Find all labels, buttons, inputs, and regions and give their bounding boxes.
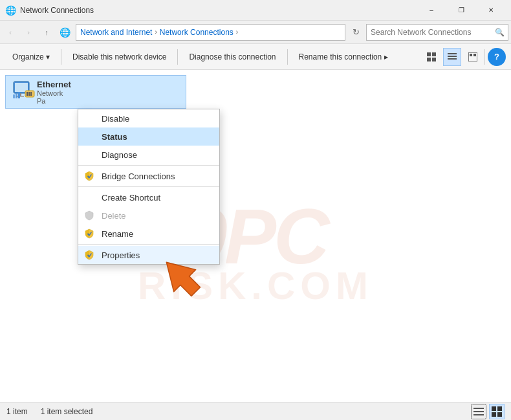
- svg-rect-25: [492, 406, 496, 411]
- close-button[interactable]: ✕: [476, 0, 506, 21]
- toolbar-right: ?: [422, 48, 506, 66]
- watermark-subtext: RISK.COM: [138, 263, 373, 308]
- address-bar: ‹ › ↑ 🌐 Network and Internet › Network C…: [0, 21, 511, 44]
- svg-rect-4: [448, 53, 457, 54]
- svg-rect-6: [448, 58, 457, 60]
- svg-rect-3: [432, 58, 436, 61]
- svg-rect-15: [27, 92, 28, 96]
- ethernet-state: Pa: [37, 97, 71, 105]
- svg-rect-8: [470, 54, 472, 56]
- svg-rect-23: [473, 411, 484, 412]
- toolbar-sep-right: [484, 49, 485, 65]
- ctx-status[interactable]: Status: [78, 127, 219, 146]
- status-selected: 1 item selected: [41, 407, 93, 416]
- ctx-disable-label: Disable: [102, 114, 129, 124]
- status-count: 1 item: [6, 407, 28, 416]
- back-button[interactable]: ‹: [3, 25, 18, 40]
- svg-rect-26: [497, 406, 502, 411]
- ctx-sep-1: [78, 165, 219, 166]
- ctx-properties[interactable]: Properties: [78, 246, 219, 264]
- diagnose-button[interactable]: Diagnose this connection: [182, 47, 283, 67]
- up-button[interactable]: ↑: [39, 25, 54, 40]
- status-view-details[interactable]: [489, 404, 505, 419]
- svg-rect-5: [448, 56, 457, 57]
- ctx-rename-label: Rename: [102, 229, 133, 239]
- status-bar: 1 item 1 item selected: [0, 402, 511, 420]
- title-bar: 🌐 Network Connections – ❐ ✕: [0, 0, 511, 21]
- context-menu: Disable Status Diagnose Bridge Connectio…: [78, 109, 220, 265]
- properties-shield-icon: [83, 249, 95, 261]
- rename-shield-icon: [83, 228, 95, 239]
- bridge-shield-icon: [83, 170, 95, 182]
- toolbar: Organize ▾ Disable this network device D…: [0, 44, 511, 70]
- disable-button[interactable]: Disable this network device: [65, 47, 173, 67]
- help-button[interactable]: ?: [488, 48, 506, 66]
- breadcrumb-network-internet[interactable]: Network and Internet: [80, 28, 152, 37]
- organize-button[interactable]: Organize ▾: [5, 47, 57, 67]
- svg-rect-18: [13, 94, 15, 98]
- ctx-bridge[interactable]: Bridge Connections: [78, 167, 219, 185]
- window-title: Network Connections: [20, 6, 417, 15]
- ethernet-info: Ethernet Network Pa: [37, 80, 71, 105]
- view-button-large[interactable]: [464, 48, 482, 66]
- breadcrumb: Network and Internet › Network Connectio…: [76, 24, 345, 41]
- restore-button[interactable]: ❐: [446, 0, 476, 21]
- ethernet-item[interactable]: Ethernet Network Pa: [5, 75, 186, 109]
- svg-rect-9: [473, 54, 476, 56]
- ethernet-name: Ethernet: [37, 80, 71, 89]
- svg-rect-22: [473, 408, 484, 409]
- svg-rect-24: [473, 414, 484, 415]
- view-button-details[interactable]: [443, 48, 461, 66]
- search-input[interactable]: [367, 28, 491, 37]
- view-button-grid[interactable]: [422, 48, 440, 66]
- ctx-diagnose-label: Diagnose: [102, 150, 137, 160]
- main-content: 9PC RISK.COM Ethernet: [0, 70, 511, 402]
- svg-rect-16: [28, 92, 30, 96]
- toolbar-separator-3: [287, 49, 288, 65]
- svg-rect-20: [18, 92, 20, 98]
- svg-rect-2: [427, 58, 431, 61]
- ctx-diagnose[interactable]: Diagnose: [78, 146, 219, 164]
- ctx-properties-label: Properties: [102, 250, 140, 260]
- ctx-disable[interactable]: Disable: [78, 109, 219, 127]
- status-view-controls: [471, 404, 505, 419]
- toolbar-separator-1: [61, 49, 61, 65]
- search-icon: 🔍: [491, 24, 508, 41]
- svg-rect-19: [16, 93, 17, 98]
- window-icon: 🌐: [5, 5, 16, 16]
- ctx-sep-3: [78, 244, 219, 245]
- location-icon[interactable]: 🌐: [60, 27, 71, 38]
- minimize-button[interactable]: –: [417, 0, 446, 21]
- refresh-button[interactable]: ↻: [348, 25, 364, 40]
- svg-rect-1: [432, 52, 436, 56]
- rename-button[interactable]: Rename this connection ▸: [292, 47, 396, 67]
- ctx-rename[interactable]: Rename: [78, 225, 219, 243]
- ethernet-icon: [11, 79, 37, 105]
- svg-rect-27: [492, 412, 496, 417]
- ethernet-description: Network: [37, 89, 71, 97]
- ctx-sep-2: [78, 186, 219, 187]
- ctx-status-label: Status: [102, 132, 127, 142]
- search-box: 🔍: [366, 24, 508, 41]
- breadcrumb-network-connections[interactable]: Network Connections: [160, 28, 234, 37]
- status-view-list[interactable]: [471, 404, 486, 419]
- forward-button[interactable]: ›: [21, 25, 36, 40]
- window-controls: – ❐ ✕: [417, 0, 506, 21]
- svg-rect-17: [30, 92, 32, 96]
- ctx-shortcut[interactable]: Create Shortcut: [78, 188, 219, 206]
- toolbar-separator-2: [177, 49, 178, 65]
- svg-rect-0: [427, 52, 431, 56]
- ctx-shortcut-label: Create Shortcut: [102, 193, 160, 203]
- ctx-delete: Delete: [78, 206, 219, 225]
- svg-rect-28: [497, 412, 502, 417]
- ctx-bridge-label: Bridge Connections: [102, 171, 175, 181]
- delete-shield-icon: [83, 210, 95, 221]
- ctx-delete-label: Delete: [102, 211, 126, 221]
